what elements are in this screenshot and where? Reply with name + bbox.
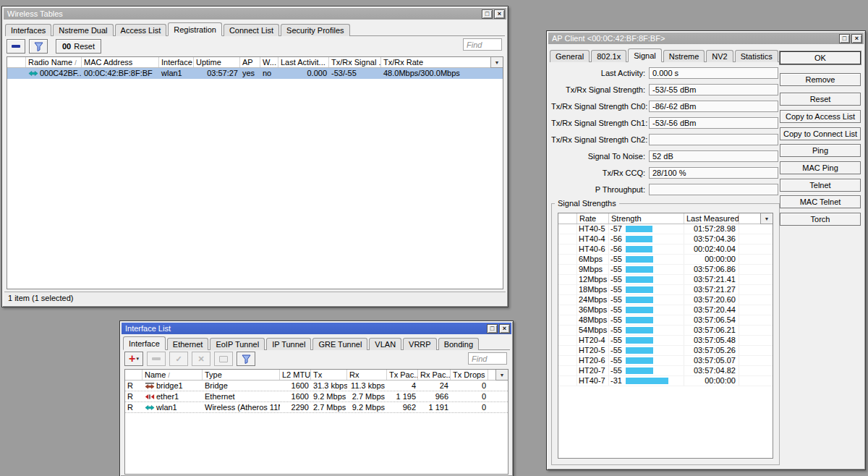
col-select[interactable] [7,57,26,67]
comment-button[interactable] [214,352,233,366]
signal-row[interactable]: HT40-6-5600:02:40.04 [558,245,773,255]
col-radio-name[interactable]: Radio Name/ [26,57,82,67]
tab-interface[interactable]: Interface [123,336,166,350]
col-strength[interactable]: Strength [609,213,684,224]
signal-row[interactable]: HT20-4-5503:57:05.48 [558,336,773,346]
close-button[interactable]: × [851,34,862,43]
tx-rx-ccq-input[interactable] [649,167,778,179]
column-menu-button[interactable]: ▼ [760,213,773,224]
signal-to-noise-input[interactable] [649,150,778,162]
tab-gre-tunnel[interactable]: GRE Tunnel [312,338,367,350]
tab-bonding[interactable]: Bonding [438,338,479,350]
p-throughput-input[interactable] [649,184,778,195]
tab-8021x[interactable]: 802.1x [591,50,626,62]
tab-ip-tunnel[interactable]: IP Tunnel [266,338,311,350]
copy-to-connect-list-button[interactable]: Copy to Connect List [780,127,861,140]
enable-button[interactable]: ✓ [169,352,188,366]
interface-row[interactable]: R wlan1 Wireless (Atheros 11N) 2290 2.7 … [125,402,508,413]
tx-rx-signal-strength-input[interactable] [649,84,778,95]
maximize-button[interactable]: □ [839,34,850,43]
col-tx-rx-rate[interactable]: Tx/Rx Rate [381,57,503,67]
tx-rx-signal-strength-ch1-input[interactable] [649,117,778,129]
tx-rx-signal-strength-ch0-input[interactable] [649,101,778,112]
ping-button[interactable]: Ping [780,144,861,157]
remove-button[interactable]: Remove [780,73,861,86]
last-activity-input[interactable] [649,67,778,79]
col-wds[interactable]: W... [260,57,278,67]
tab-access-list[interactable]: Access List [115,24,167,36]
col-tx[interactable]: Tx [311,370,347,380]
signal-row[interactable]: HT20-5-5503:57:05.26 [558,346,773,356]
col-tx-drops[interactable]: Tx Drops [451,370,488,380]
col-mac-address[interactable]: MAC Address [82,57,159,67]
close-button[interactable]: × [494,9,505,19]
tab-statistics[interactable]: Statistics [735,50,778,62]
tab-connect-list[interactable]: Connect List [224,24,279,36]
signal-row[interactable]: 24Mbps-5503:57:20.60 [558,295,773,305]
tab-ethernet[interactable]: Ethernet [167,338,209,350]
signal-row[interactable]: HT20-6-5503:57:05.07 [558,356,773,366]
signal-row[interactable]: 6Mbps-5500:00:00 [558,255,773,265]
tab-general[interactable]: General [550,50,590,62]
telnet-button[interactable]: Telnet [780,179,861,192]
interface-find-input[interactable] [468,352,507,365]
col-last-measured[interactable]: Last Measured [684,213,739,224]
signal-row[interactable]: 9Mbps-5503:57:06.86 [558,265,773,275]
close-button[interactable]: × [499,324,510,333]
col-uptime[interactable]: Uptime [194,57,240,67]
ap-client-titlebar[interactable]: AP Client <00:0C:42:BF:8F:BF> □ × [548,33,864,44]
ok-button[interactable]: OK [780,51,861,64]
col-rx[interactable]: Rx [347,370,387,380]
tab-registration[interactable]: Registration [168,22,222,36]
col-type[interactable]: Type [203,370,280,380]
tab-nstreme[interactable]: Nstreme [663,50,705,62]
col-tx-packet[interactable]: Tx Pac... [387,370,418,380]
signal-row[interactable]: 36Mbps-5503:57:20.44 [558,305,773,315]
signal-row[interactable]: HT40-4-5603:57:04.36 [558,234,773,245]
signal-row[interactable]: 54Mbps-5503:57:06.21 [558,326,773,336]
mac-ping-button[interactable]: MAC Ping [780,161,861,174]
maximize-button[interactable]: □ [482,9,493,19]
reset-button[interactable]: Reset [780,93,861,106]
col-last-activity[interactable]: Last Activit... [278,57,329,67]
reset-button[interactable]: 00Reset [56,39,101,54]
maximize-button[interactable]: □ [487,324,498,333]
col-rx-packet[interactable]: Rx Pac... [418,370,451,380]
signal-row[interactable]: HT20-7-5503:57:04.82 [558,366,773,376]
col-tx-rx-signal[interactable]: Tx/Rx Signal ... [329,57,381,67]
col-interface[interactable]: Interface [159,57,194,67]
signal-row[interactable]: 48Mbps-5503:57:06.54 [558,315,773,326]
remove-button[interactable] [7,39,25,54]
tx-rx-signal-strength-ch2-input[interactable] [649,134,778,145]
disable-button[interactable]: ✕ [192,352,210,366]
signal-row[interactable]: 18Mbps-5503:57:21.27 [558,285,773,295]
column-menu-button[interactable]: ▼ [490,57,503,68]
column-menu-button[interactable]: ▼ [495,370,508,381]
col-l2-mtu[interactable]: L2 MTU [280,370,311,380]
wireless-find-input[interactable] [463,38,502,51]
mac-telnet-button[interactable]: MAC Telnet [780,195,861,208]
col-ap[interactable]: AP [240,57,260,67]
interface-row[interactable]: R ether1 Ethernet 1600 9.2 Mbps 2.7 Mbps… [125,391,508,402]
registration-row[interactable]: 000C42BF... 00:0C:42:BF:8F:BF wlan1 03:5… [7,68,503,79]
remove-button[interactable] [147,352,166,366]
col-rate[interactable]: Rate [577,213,609,224]
tab-nv2[interactable]: NV2 [706,50,733,62]
tab-nstreme-dual[interactable]: Nstreme Dual [53,24,113,36]
col-flags[interactable] [125,370,142,380]
tab-eoip-tunnel[interactable]: EoIP Tunnel [210,338,265,350]
signal-row[interactable]: HT40-7-3100:00:00 [558,376,773,386]
tab-vlan[interactable]: VLAN [369,338,401,350]
tab-interfaces[interactable]: Interfaces [5,24,51,36]
tab-security-profiles[interactable]: Security Profiles [281,24,349,36]
filter-button[interactable] [237,352,255,366]
tab-vrrp[interactable]: VRRP [403,338,437,350]
signal-row[interactable]: HT40-5-5701:57:28.98 [558,224,773,234]
interface-titlebar[interactable]: Interface List □ × [122,323,511,334]
col-name[interactable]: Name/ [142,370,203,380]
copy-to-access-list-button[interactable]: Copy to Access List [780,110,861,123]
add-button[interactable]: +▾ [124,352,143,366]
torch-button[interactable]: Torch [780,213,861,226]
filter-button[interactable] [29,39,48,54]
interface-row[interactable]: R bridge1 Bridge 1600 31.3 kbps 11.3 kbp… [125,381,508,391]
